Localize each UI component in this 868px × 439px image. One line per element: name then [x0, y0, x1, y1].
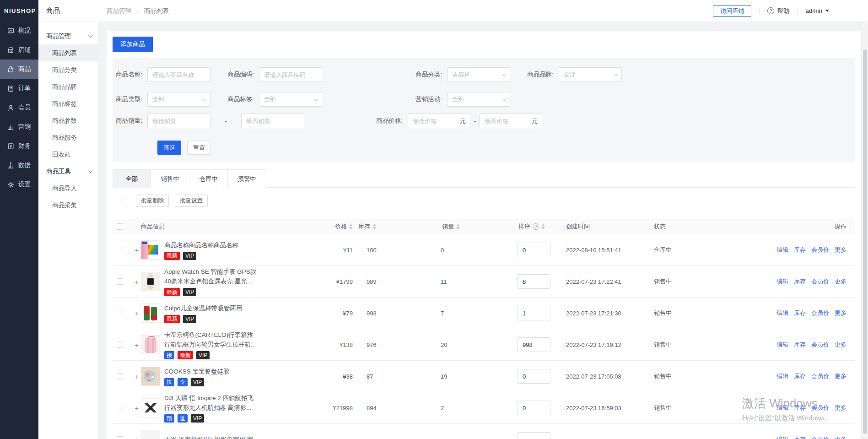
submenu-item-goods-brand[interactable]: 商品品牌 — [38, 78, 98, 95]
submenu-item-goods-list[interactable]: 商品列表 — [38, 44, 98, 61]
action-edit[interactable]: 编辑 — [776, 372, 788, 380]
filter-reset-button[interactable]: 重置 — [187, 141, 211, 155]
expand-row-button[interactable]: + — [133, 404, 141, 412]
scrollbar-thumb[interactable] — [863, 49, 867, 434]
filter-submit-button[interactable]: 筛选 — [157, 141, 181, 155]
expand-row-button[interactable]: + — [133, 246, 141, 254]
select-all-checkbox[interactable] — [117, 198, 123, 204]
action-more[interactable]: 更多 — [835, 372, 846, 380]
sort-carets-icon[interactable] — [541, 224, 545, 229]
product-name[interactable]: Cuipo儿童保温杯带吸管两用 — [164, 304, 242, 313]
column-stock[interactable]: 库存 — [353, 222, 435, 231]
sidebar-item-data[interactable]: 数据 — [0, 156, 38, 175]
action-member-price[interactable]: 会员价 — [811, 246, 829, 254]
product-name[interactable]: Apple Watch SE 智能手表 GPS款40毫米米金色铝金属表壳 星光.… — [164, 267, 256, 286]
sidebar-item-overview[interactable]: 概况 — [0, 21, 38, 40]
action-more[interactable]: 更多 — [835, 246, 846, 254]
batch-delete-button[interactable]: 批量删除 — [136, 195, 169, 207]
sidebar-item-goods[interactable]: 商品 — [0, 60, 38, 79]
row-checkbox[interactable] — [117, 310, 123, 316]
breadcrumb-parent[interactable]: 商品管理 — [107, 7, 131, 14]
row-checkbox[interactable] — [117, 247, 123, 253]
row-checkbox[interactable] — [117, 278, 123, 285]
sort-input[interactable] — [518, 432, 550, 439]
filter-activity-select[interactable]: 全部 — [447, 92, 510, 107]
action-member-price[interactable]: 会员价 — [811, 435, 829, 439]
expand-row-button[interactable]: + — [133, 436, 141, 439]
action-edit[interactable]: 编辑 — [776, 404, 788, 412]
product-name[interactable]: DJI 大疆 悟 Inspire 2 四轴航拍飞行器变形无人机航拍器 高清影..… — [164, 393, 253, 412]
action-edit[interactable]: 编辑 — [776, 246, 788, 254]
filter-name-input[interactable] — [147, 67, 210, 82]
action-more[interactable]: 更多 — [835, 435, 846, 439]
action-edit[interactable]: 编辑 — [776, 435, 788, 439]
submenu-item-goods-import[interactable]: 商品导入 — [38, 180, 98, 197]
column-price[interactable]: 价格 — [321, 222, 353, 231]
action-member-price[interactable]: 会员价 — [811, 277, 829, 286]
filter-category-select[interactable]: 请选择 — [447, 67, 510, 82]
submenu-item-goods-params[interactable]: 商品参数 — [38, 112, 98, 129]
submenu-item-recycle-bin[interactable]: 回收站 — [38, 146, 98, 163]
action-member-price[interactable]: 会员价 — [811, 372, 829, 380]
expand-row-button[interactable]: + — [133, 278, 141, 286]
row-checkbox[interactable] — [117, 436, 123, 439]
sort-input[interactable] — [518, 369, 550, 384]
filter-type-select[interactable]: 全部 — [147, 92, 210, 107]
sidebar-item-settings[interactable]: 设置 — [0, 175, 38, 194]
action-stock[interactable]: 库存 — [794, 277, 806, 286]
action-member-price[interactable]: 会员价 — [811, 404, 829, 412]
tab-all[interactable]: 全部 — [113, 169, 151, 188]
question-circle-icon[interactable]: ? — [533, 223, 539, 230]
action-stock[interactable]: 库存 — [794, 372, 806, 380]
expand-row-button[interactable]: + — [133, 341, 141, 349]
action-edit[interactable]: 编辑 — [776, 309, 788, 317]
action-member-price[interactable]: 会员价 — [811, 309, 829, 317]
user-menu[interactable]: admin — [805, 7, 829, 14]
column-sort[interactable]: 排序? — [513, 222, 559, 231]
tab-in-stock[interactable]: 仓库中 — [189, 169, 228, 188]
submenu-item-goods-collect[interactable]: 商品采集 — [38, 197, 98, 214]
sort-carets-icon[interactable] — [349, 224, 353, 229]
sidebar-item-finance[interactable]: 财务 — [0, 136, 38, 156]
expand-row-button[interactable]: + — [133, 373, 141, 380]
row-checkbox[interactable] — [117, 405, 123, 411]
filter-brand-select[interactable]: 全部 — [559, 67, 622, 82]
header-select-checkbox[interactable] — [117, 223, 123, 230]
visit-shop-button[interactable]: 访问店铺 — [713, 5, 751, 17]
action-member-price[interactable]: 会员价 — [811, 341, 829, 349]
filter-tag-select[interactable]: 全部 — [259, 92, 322, 107]
submenu-item-goods-category[interactable]: 商品分类 — [38, 61, 98, 78]
action-stock[interactable]: 库存 — [794, 246, 806, 254]
action-more[interactable]: 更多 — [835, 309, 846, 317]
sidebar-item-orders[interactable]: 订单 — [0, 79, 38, 98]
submenu-item-goods-service[interactable]: 商品服务 — [38, 129, 98, 146]
action-more[interactable]: 更多 — [835, 277, 846, 286]
help-link[interactable]: ? 帮助 — [767, 7, 789, 15]
action-stock[interactable]: 库存 — [794, 404, 806, 412]
expand-row-button[interactable]: + — [133, 309, 141, 317]
action-stock[interactable]: 库存 — [794, 435, 806, 439]
sidebar-item-members[interactable]: 会员 — [0, 98, 38, 117]
product-name[interactable]: COOKSS 宝宝餐盘硅胶 — [164, 367, 230, 376]
product-name[interactable]: 卡帝乐鳄鱼(CARTELO)行李箱旅行箱铝框万向轮男女学生拉杆箱... — [164, 330, 256, 349]
tab-warning[interactable]: 预警中 — [228, 169, 266, 188]
product-name[interactable]: 小米 米家投影仪2 投影仪家用 家 — [164, 435, 253, 439]
sidebar-item-shop[interactable]: 店铺 — [0, 40, 38, 60]
action-more[interactable]: 更多 — [835, 341, 846, 349]
page-scrollbar[interactable] — [862, 22, 868, 439]
action-more[interactable]: 更多 — [835, 404, 846, 412]
action-edit[interactable]: 编辑 — [776, 341, 788, 349]
action-stock[interactable]: 库存 — [794, 309, 806, 317]
row-checkbox[interactable] — [117, 373, 123, 379]
sort-carets-icon[interactable] — [456, 224, 460, 229]
sort-carets-icon[interactable] — [372, 224, 376, 229]
action-edit[interactable]: 编辑 — [776, 277, 788, 286]
add-product-button[interactable]: 添加商品 — [113, 37, 153, 52]
product-name[interactable]: 商品名称商品名称商品名称 — [164, 240, 238, 250]
batch-settings-button[interactable]: 批量设置 — [175, 195, 208, 207]
action-stock[interactable]: 库存 — [794, 341, 806, 349]
column-sales[interactable]: 销量 — [435, 222, 513, 231]
sort-input[interactable] — [518, 337, 550, 352]
sales-min-input[interactable] — [147, 114, 210, 128]
submenu-group-goods-manage[interactable]: 商品管理 — [38, 27, 98, 44]
